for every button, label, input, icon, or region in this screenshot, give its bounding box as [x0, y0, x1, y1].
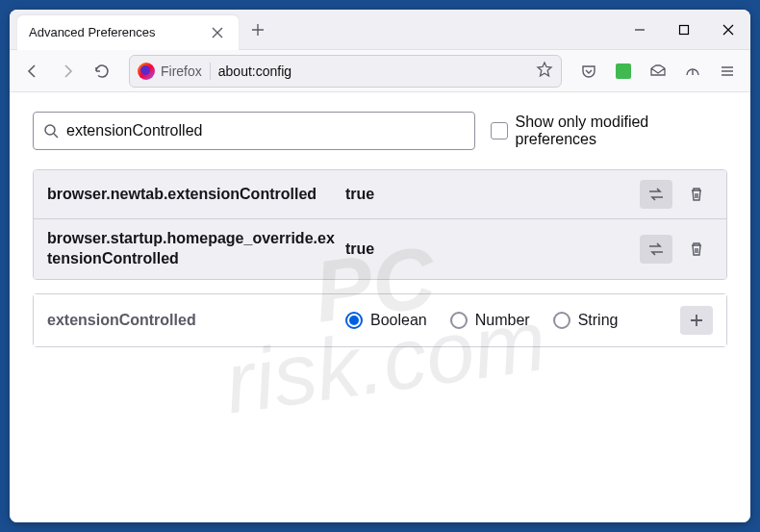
search-input[interactable] [66, 122, 465, 139]
maximize-button[interactable] [662, 10, 706, 50]
trash-icon [689, 241, 704, 257]
preference-actions [640, 235, 713, 264]
radio-icon [450, 312, 468, 329]
pocket-icon[interactable] [573, 56, 604, 87]
new-tab-button[interactable] [242, 14, 273, 45]
titlebar: Advanced Preferences [10, 10, 750, 50]
identity-box[interactable]: Firefox [138, 63, 211, 80]
reload-button[interactable] [87, 56, 117, 87]
svg-point-1 [45, 125, 55, 135]
toggle-button[interactable] [640, 235, 672, 264]
preference-row[interactable]: browser.newtab.extensionControlled true [34, 170, 726, 218]
search-icon [43, 123, 59, 139]
window-controls [618, 10, 750, 50]
bookmark-star-icon[interactable] [536, 61, 553, 82]
trash-icon [689, 187, 704, 202]
close-window-button[interactable] [706, 10, 750, 50]
preferences-table: browser.newtab.extensionControlled true … [33, 169, 727, 280]
plus-icon [689, 313, 704, 328]
type-option-boolean[interactable]: Boolean [345, 312, 427, 329]
toggle-icon [647, 242, 665, 256]
preference-value: true [345, 186, 630, 203]
type-option-number[interactable]: Number [450, 312, 530, 329]
extension-icon[interactable] [608, 56, 639, 87]
checkbox-label: Show only modified preferences [516, 114, 728, 148]
toggle-button[interactable] [640, 180, 672, 209]
new-preference-name: extensionControlled [47, 312, 336, 329]
url-input[interactable] [218, 63, 528, 79]
toolbar-actions [573, 56, 743, 87]
checkbox-icon [491, 122, 508, 139]
preference-name: browser.startup.homepage_override.extens… [47, 229, 336, 269]
type-label: Boolean [370, 312, 427, 329]
type-label: String [578, 312, 619, 329]
browser-window: Advanced Preferences [10, 10, 750, 522]
add-preference-panel: extensionControlled Boolean Number Strin… [33, 293, 727, 347]
delete-button[interactable] [680, 235, 713, 264]
preference-actions [640, 180, 713, 209]
type-option-string[interactable]: String [553, 312, 619, 329]
radio-icon [553, 312, 570, 329]
navigation-toolbar: Firefox [10, 50, 750, 92]
forward-button[interactable] [52, 56, 83, 87]
type-label: Number [475, 312, 530, 329]
identity-label: Firefox [161, 63, 202, 79]
show-modified-checkbox[interactable]: Show only modified preferences [491, 114, 727, 148]
add-preference-row: extensionControlled Boolean Number Strin… [34, 294, 726, 346]
type-options: Boolean Number String [345, 312, 671, 329]
search-box[interactable] [33, 112, 475, 150]
page-content: Show only modified preferences browser.n… [10, 92, 750, 522]
url-bar[interactable]: Firefox [129, 55, 562, 88]
search-bar-row: Show only modified preferences [33, 112, 727, 150]
delete-button[interactable] [680, 180, 713, 209]
svg-rect-0 [680, 25, 689, 34]
browser-tab[interactable]: Advanced Preferences [17, 15, 239, 50]
minimize-button[interactable] [618, 10, 662, 50]
radio-icon [345, 312, 363, 329]
preference-value: true [345, 241, 630, 258]
back-button[interactable] [17, 56, 48, 87]
close-tab-icon[interactable] [208, 23, 227, 42]
menu-button[interactable] [712, 56, 743, 87]
preference-row[interactable]: browser.startup.homepage_override.extens… [34, 218, 726, 279]
toggle-icon [647, 188, 665, 201]
inbox-icon[interactable] [643, 56, 673, 87]
preference-name: browser.newtab.extensionControlled [47, 185, 336, 205]
profiler-icon[interactable] [677, 56, 708, 87]
tab-title: Advanced Preferences [29, 25, 198, 39]
firefox-logo-icon [138, 63, 155, 80]
add-button[interactable] [680, 306, 713, 335]
